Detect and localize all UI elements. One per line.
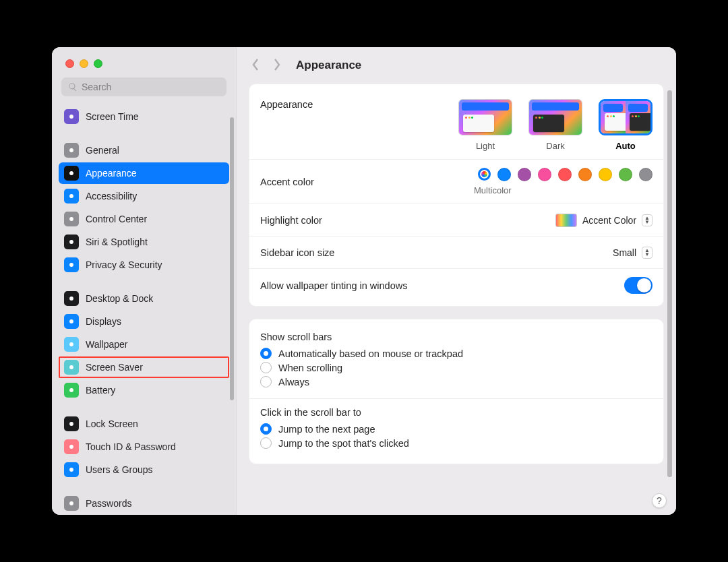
radio-label: Jump to the next page: [278, 424, 375, 435]
svg-point-0: [69, 115, 73, 119]
general-icon: [64, 143, 79, 158]
appearance-option-light[interactable]: [458, 99, 512, 135]
accent-swatch-4[interactable]: [578, 168, 592, 181]
desktop-dock-icon: [64, 291, 79, 306]
sidebar-size-select[interactable]: Small ▲▼: [613, 247, 653, 259]
sidebar-item-privacy-security[interactable]: Privacy & Security: [59, 254, 229, 276]
appearance-thumbs: LightDarkAuto: [458, 99, 653, 151]
sidebar-item-siri-spotlight[interactable]: Siri & Spotlight: [59, 231, 229, 253]
window-controls: [52, 47, 236, 68]
tinting-toggle[interactable]: [624, 277, 653, 294]
main-pane: Appearance Appearance LightDarkAuto Acce…: [237, 47, 676, 515]
sidebar-item-passwords[interactable]: Passwords: [59, 493, 229, 514]
battery-icon: [64, 383, 79, 398]
updown-icon: ▲▼: [642, 214, 653, 226]
accent-swatch-5[interactable]: [599, 168, 612, 181]
updown-icon: ▲▼: [642, 247, 653, 259]
accent-swatch-7[interactable]: [639, 168, 653, 181]
control-center-icon: [64, 212, 79, 226]
sidebar-item-screen-saver[interactable]: Screen Saver: [59, 356, 229, 378]
sidebar-item-label: General: [86, 145, 119, 156]
svg-point-15: [69, 501, 73, 505]
sidebar-item-label: Lock Screen: [86, 418, 138, 429]
radio-icon: [260, 362, 272, 373]
sidebar-item-label: Appearance: [86, 168, 137, 179]
scroll-click-group: Click in the scroll bar to Jump to the n…: [249, 398, 663, 460]
back-button[interactable]: [250, 58, 261, 73]
sidebar-item-label: Displays: [86, 316, 121, 327]
sidebar-item-appearance[interactable]: Appearance: [59, 162, 229, 184]
card-appearance: Appearance LightDarkAuto Accent color Mu…: [249, 84, 664, 307]
scroll_click-option[interactable]: Jump to the spot that's clicked: [260, 436, 653, 450]
appearance-option-dark[interactable]: [528, 99, 582, 135]
settings-window: Search Screen TimeGeneralAppearanceAcces…: [52, 47, 676, 515]
content: Appearance LightDarkAuto Accent color Mu…: [237, 84, 676, 515]
accent-swatch-0[interactable]: [497, 168, 511, 181]
scroll_bars-option[interactable]: When scrolling: [260, 361, 653, 375]
scroll-bars-title: Show scroll bars: [260, 332, 653, 342]
appearance-option-auto[interactable]: [599, 99, 653, 135]
sidebar-item-general[interactable]: General: [59, 139, 229, 161]
forward-button[interactable]: [272, 58, 282, 73]
zoom-window-button[interactable]: [94, 59, 102, 68]
highlight-title: Highlight color: [260, 215, 322, 226]
sidebar-item-screen-time[interactable]: Screen Time: [59, 106, 229, 127]
sidebar-item-label: Screen Time: [86, 111, 139, 122]
sidebar-item-control-center[interactable]: Control Center: [59, 208, 229, 230]
svg-point-12: [69, 422, 73, 426]
sidebar-item-wallpaper[interactable]: Wallpaper: [59, 334, 229, 355]
sidebar-item-label: Siri & Spotlight: [86, 237, 148, 247]
sidebar-item-label: Privacy & Security: [86, 259, 162, 270]
sidebar-scrollbar[interactable]: [230, 117, 234, 400]
scroll_bars-option[interactable]: Always: [260, 375, 653, 389]
sidebar-item-battery[interactable]: Battery: [59, 379, 229, 401]
sidebar-item-label: Wallpaper: [86, 339, 128, 350]
minimize-window-button[interactable]: [80, 59, 88, 68]
radio-icon: [260, 376, 272, 387]
scroll_click-option[interactable]: Jump to the next page: [260, 422, 653, 436]
highlight-select[interactable]: Accent Color ▲▼: [555, 214, 653, 227]
search-input[interactable]: Search: [61, 77, 226, 96]
svg-point-8: [69, 319, 73, 323]
radio-icon: [260, 423, 272, 435]
svg-point-13: [69, 445, 73, 449]
sidebar-item-desktop-dock[interactable]: Desktop & Dock: [59, 288, 229, 309]
appearance-option-label: Dark: [528, 141, 582, 151]
svg-point-14: [69, 468, 73, 472]
highlight-value: Accent Color: [582, 215, 636, 226]
tinting-title: Allow wallpaper tinting in windows: [260, 280, 407, 291]
accent-swatch-3[interactable]: [558, 168, 572, 181]
accent-swatch-2[interactable]: [538, 168, 551, 181]
sidebar-item-displays[interactable]: Displays: [59, 311, 229, 332]
siri-spotlight-icon: [64, 235, 79, 249]
sidebar-item-label: Accessibility: [86, 191, 137, 201]
sidebar-item-touch-id[interactable]: Touch ID & Password: [59, 436, 229, 458]
sidebar-item-label: Desktop & Dock: [86, 293, 153, 304]
radio-label: Always: [278, 377, 309, 387]
accent-swatch-1[interactable]: [518, 168, 531, 181]
sidebar-item-accessibility[interactable]: Accessibility: [59, 185, 229, 207]
help-button[interactable]: ?: [652, 493, 667, 508]
sidebar-item-label: Users & Groups: [86, 464, 153, 475]
accent-swatch-multicolor[interactable]: [478, 168, 491, 181]
highlight-swatch: [555, 214, 577, 227]
toolbar: Appearance: [237, 47, 676, 84]
content-scrollbar[interactable]: [667, 90, 672, 477]
radio-icon: [260, 437, 272, 449]
accent-selected-label: Multicolor: [474, 185, 512, 195]
sidebar-item-label: Touch ID & Password: [86, 441, 176, 452]
appearance-option-label: Auto: [599, 141, 653, 151]
card-scroll: Show scroll bars Automatically based on …: [249, 319, 664, 464]
sidebar-nav: Screen TimeGeneralAppearanceAccessibilit…: [52, 102, 236, 515]
touch-id-icon: [64, 439, 79, 454]
radio-label: Automatically based on mouse or trackpad: [278, 348, 463, 359]
scroll_bars-option[interactable]: Automatically based on mouse or trackpad: [260, 346, 653, 361]
sidebar: Search Screen TimeGeneralAppearanceAcces…: [52, 47, 237, 515]
sidebar-item-users-groups[interactable]: Users & Groups: [59, 459, 229, 480]
accent-swatch-6[interactable]: [619, 168, 632, 181]
users-groups-icon: [64, 462, 79, 477]
close-window-button[interactable]: [65, 59, 74, 68]
sidebar-item-label: Passwords: [86, 498, 131, 509]
sidebar-item-lock-screen[interactable]: Lock Screen: [59, 413, 229, 435]
appearance-option-label: Light: [458, 141, 512, 151]
